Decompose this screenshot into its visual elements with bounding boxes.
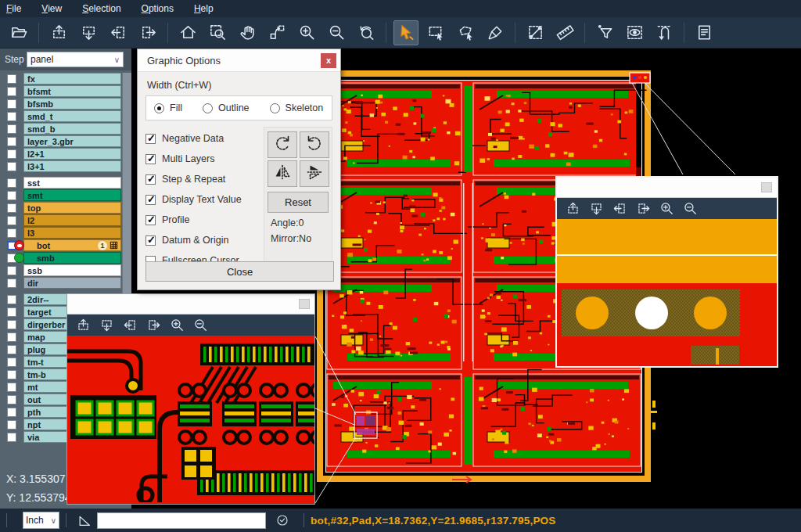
layer-checkbox[interactable] (0, 191, 23, 200)
layer-checkbox[interactable] (0, 370, 23, 379)
radio-skeleton[interactable]: Skeleton (270, 102, 324, 113)
window-button[interactable] (299, 299, 310, 309)
report-tool-button[interactable] (691, 20, 717, 45)
layer-checkbox[interactable] (0, 216, 23, 225)
layer-checkbox[interactable] (0, 408, 23, 417)
layer-row-l3[interactable]: l3 (0, 227, 131, 239)
layer-row-bot[interactable]: bot1 (0, 239, 131, 251)
measure-tool-button[interactable] (523, 20, 548, 45)
layer-checkbox[interactable] (0, 433, 23, 442)
layer-checkbox[interactable] (0, 307, 23, 317)
corner-snap-icon[interactable] (77, 513, 92, 528)
layer-checkbox[interactable] (0, 162, 23, 171)
layer-row-smb[interactable]: smb (0, 252, 131, 264)
layer-row-smd-b[interactable]: smd_b (0, 123, 131, 135)
menu-options[interactable]: Options (142, 3, 174, 14)
layer-checkbox[interactable] (0, 332, 23, 342)
layer-checkbox[interactable] (0, 137, 23, 146)
pan-left-button[interactable] (610, 200, 629, 218)
checkbox-datum-origin[interactable]: Datum & Origin (145, 230, 264, 250)
zoom-window-right-content[interactable] (557, 219, 777, 365)
menu-file[interactable]: File (6, 3, 21, 14)
zoom-window-left-titlebar[interactable] (67, 294, 314, 315)
layer-row-ssb[interactable]: ssb (0, 264, 131, 276)
dialog-titlebar[interactable]: Graphic Options x (138, 49, 340, 72)
zoom-out-button[interactable] (681, 200, 699, 218)
pan-hand-button[interactable] (235, 20, 260, 45)
checkbox-step-repeat[interactable]: Step & Repeat (145, 169, 264, 189)
zoom-out-button[interactable] (324, 20, 349, 45)
rotate-ccw-button[interactable] (300, 131, 329, 158)
zoom-in-button[interactable] (657, 200, 676, 218)
pan-down-button[interactable] (76, 20, 101, 45)
zoom-previous-button[interactable] (354, 20, 379, 45)
layer-row-layer-3-gbr[interactable]: layer_3.gbr (0, 135, 131, 147)
zoom-in-button[interactable] (294, 20, 319, 45)
step-select[interactable]: panel ∨ (27, 52, 124, 67)
layer-checkbox[interactable] (0, 358, 23, 367)
zoom-window-right-titlebar[interactable] (557, 178, 777, 198)
view-options-button[interactable] (622, 20, 647, 45)
mirror-vertical-button[interactable] (268, 160, 297, 187)
layer-row-smt[interactable]: smt (0, 189, 131, 201)
pan-right-button[interactable] (144, 316, 163, 335)
layer-row-sst[interactable]: sst (0, 177, 131, 189)
unit-select[interactable]: Inch ∨ (23, 512, 59, 529)
polygon-select-button[interactable] (453, 20, 478, 45)
menu-selection[interactable]: Selection (82, 3, 120, 14)
layer-row-l2[interactable]: l2 (0, 214, 131, 226)
mirror-horizontal-button[interactable] (300, 160, 329, 187)
pan-right-button[interactable] (135, 20, 160, 45)
checkbox-negative-data[interactable]: Negative Data (145, 128, 264, 149)
close-icon[interactable]: x (321, 53, 336, 68)
zoom-window-left-content[interactable] (67, 336, 314, 502)
pan-down-button[interactable] (587, 200, 605, 218)
command-input[interactable] (97, 512, 266, 529)
layer-checkbox[interactable] (0, 203, 23, 213)
layer-checkbox[interactable] (0, 112, 23, 121)
rect-select-button[interactable] (423, 20, 448, 45)
ruler-tool-button[interactable] (552, 20, 577, 45)
drag-view-button[interactable] (264, 20, 289, 45)
sync-icon[interactable] (275, 513, 289, 527)
layer-row-bfsmb[interactable]: bfsmb (0, 98, 131, 110)
pan-up-button[interactable] (563, 200, 582, 218)
layer-row-dir[interactable]: dir (0, 277, 131, 289)
pan-up-button[interactable] (74, 316, 92, 335)
checkbox-display-text-value[interactable]: Display Text Value (145, 189, 264, 210)
layer-checkbox[interactable] (0, 266, 23, 275)
select-tool-button[interactable] (393, 20, 418, 45)
layer-row-l2-1[interactable]: l2+1 (0, 148, 131, 160)
pan-right-button[interactable] (634, 200, 652, 218)
layer-checkbox[interactable] (0, 228, 23, 238)
layer-checkbox[interactable] (0, 383, 23, 392)
radio-outline[interactable]: Outline (203, 102, 250, 113)
layer-checkbox[interactable] (0, 74, 23, 84)
snap-tool-button[interactable] (652, 20, 677, 45)
layer-row-top[interactable]: top (0, 202, 131, 214)
filter-tool-button[interactable] (592, 20, 617, 45)
zoom-window-button[interactable] (205, 20, 230, 45)
zoom-home-button[interactable] (175, 20, 200, 45)
pan-down-button[interactable] (97, 316, 116, 335)
zoom-out-button[interactable] (191, 316, 210, 335)
layer-row-l3-1[interactable]: l3+1 (0, 160, 131, 172)
layer-checkbox[interactable] (0, 395, 23, 404)
layer-checkbox[interactable] (0, 87, 23, 96)
checkbox-profile[interactable]: Profile (145, 210, 264, 230)
layer-checkbox[interactable] (0, 124, 23, 134)
layer-row-bfsmt[interactable]: bfsmt (0, 85, 131, 97)
zoom-window-left[interactable] (66, 293, 315, 505)
layer-checkbox[interactable] (0, 149, 23, 159)
zoom-in-button[interactable] (167, 316, 186, 335)
layer-checkbox[interactable] (0, 420, 23, 430)
reset-button[interactable]: Reset (268, 192, 329, 213)
checkbox-multi-layers[interactable]: Multi Layers (145, 149, 264, 169)
brush-tool-button[interactable] (483, 20, 508, 45)
layer-checkbox[interactable] (0, 99, 23, 109)
menu-view[interactable]: View (41, 3, 62, 14)
pan-left-button[interactable] (120, 316, 139, 335)
open-file-button[interactable] (6, 20, 31, 45)
layer-row-smd-t[interactable]: smd_t (0, 110, 131, 122)
pan-left-button[interactable] (106, 20, 131, 45)
